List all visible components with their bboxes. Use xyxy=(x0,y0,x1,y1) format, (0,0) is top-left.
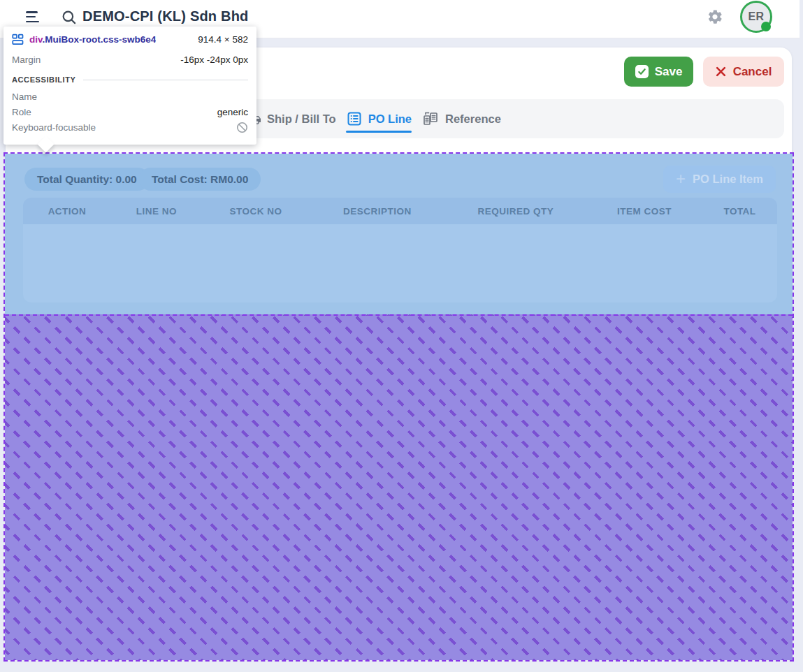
avatar-initials: ER xyxy=(748,10,765,23)
po-line-table-header: ACTION LINE NO STOCK NO DESCRIPTION REQU… xyxy=(23,198,777,224)
tab-reference[interactable]: Reference xyxy=(421,99,501,138)
column-header-stock-no: STOCK NO xyxy=(202,206,310,217)
cancel-button-label: Cancel xyxy=(733,65,772,79)
online-status-dot xyxy=(761,22,771,31)
element-badge-icon xyxy=(12,34,24,45)
devtools-content-highlight: Total Quantity: 0.00 Total Cost: RM0.00 … xyxy=(5,154,793,314)
a11y-role-label: Role xyxy=(12,107,31,117)
save-button[interactable]: Save xyxy=(624,57,693,87)
app-screen: DEMO-CPI (KL) Sdn Bhd ER Save Cancel xyxy=(0,0,803,672)
po-line-table: ACTION LINE NO STOCK NO DESCRIPTION REQU… xyxy=(23,198,777,302)
total-quantity-chip: Total Quantity: 0.00 xyxy=(24,168,150,191)
close-icon xyxy=(716,66,726,77)
selector-tag: div xyxy=(29,34,43,45)
column-header-description: DESCRIPTION xyxy=(310,206,445,217)
check-icon xyxy=(635,65,649,78)
tab-label: Reference xyxy=(445,112,501,126)
plus-icon: + xyxy=(676,170,686,187)
user-avatar[interactable]: ER xyxy=(740,1,772,33)
add-po-line-item-label: PO Line Item xyxy=(693,173,763,186)
tab-label: Ship / Bill To xyxy=(267,112,336,126)
section-divider xyxy=(83,80,248,80)
a11y-name-label: Name xyxy=(12,92,37,102)
column-header-total: TOTAL xyxy=(702,206,777,217)
list-icon xyxy=(346,110,363,127)
devtools-inspect-tooltip: div.MuiBox-root.css-swb6e4 914.4 × 582 M… xyxy=(3,27,256,145)
settings-gear-icon[interactable] xyxy=(707,8,723,25)
total-cost-chip: Total Cost: RM0.00 xyxy=(139,168,261,191)
inspected-element-selector: div.MuiBox-root.css-swb6e4 xyxy=(29,34,156,45)
accessibility-section-title: ACCESSIBILITY xyxy=(12,75,76,84)
reference-pages-icon xyxy=(421,110,440,127)
tab-label: PO Line xyxy=(368,112,412,126)
devtools-highlight-overlay: Total Quantity: 0.00 Total Cost: RM0.00 … xyxy=(3,152,794,662)
keyboard-focusable-label: Keyboard-focusable xyxy=(12,122,96,133)
not-focusable-icon xyxy=(236,122,248,133)
devtools-margin-highlight xyxy=(5,314,793,660)
save-button-label: Save xyxy=(655,65,683,79)
selector-classes: .MuiBox-root.css-swb6e4 xyxy=(43,34,157,45)
column-header-item-cost: ITEM COST xyxy=(586,206,702,217)
column-header-line-no: LINE NO xyxy=(111,206,202,217)
cancel-button[interactable]: Cancel xyxy=(703,57,784,87)
organization-title[interactable]: DEMO-CPI (KL) Sdn Bhd xyxy=(82,8,249,24)
margin-label: Margin xyxy=(12,54,41,65)
po-line-table-body xyxy=(23,224,777,302)
element-dimensions: 914.4 × 582 xyxy=(198,34,248,45)
tab-ship-bill-to[interactable]: Ship / Bill To xyxy=(245,99,336,138)
add-po-line-item-button[interactable]: + PO Line Item xyxy=(663,166,776,193)
margin-value: -16px -24px 0px xyxy=(180,54,248,65)
column-header-action: ACTION xyxy=(23,206,111,217)
menu-icon[interactable] xyxy=(26,11,40,25)
column-header-required-qty: REQUIRED QTY xyxy=(445,206,586,217)
a11y-role-value: generic xyxy=(217,107,248,117)
search-icon[interactable] xyxy=(60,8,78,27)
tab-po-line[interactable]: PO Line xyxy=(346,99,412,138)
